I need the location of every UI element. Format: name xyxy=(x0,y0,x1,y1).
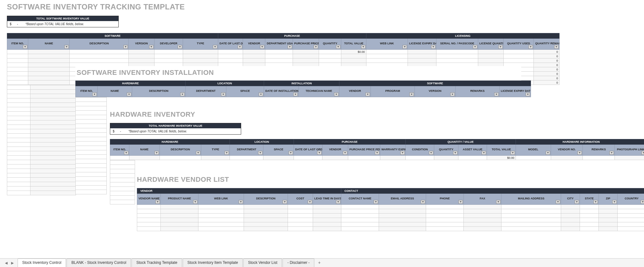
col-space[interactable]: SPACE xyxy=(226,86,264,97)
col-warranty[interactable]: WARRANTY EXPIRY DATE xyxy=(380,145,405,156)
filter-icon[interactable] xyxy=(361,45,365,49)
col-license-qty[interactable]: LICENSE QUANTITY xyxy=(478,39,503,50)
filter-icon[interactable] xyxy=(494,92,499,96)
filter-icon[interactable] xyxy=(546,151,550,155)
col-vendor-no[interactable]: VENDOR NO. xyxy=(551,145,583,156)
col-date-last-order[interactable]: DATE OF LAST ORDER xyxy=(218,39,243,50)
filter-icon[interactable] xyxy=(343,151,347,155)
col-space[interactable]: SPACE xyxy=(263,145,294,156)
tab-disclaimer[interactable]: - Disclaimer - xyxy=(283,259,314,267)
col-total-value[interactable]: TOTAL VALUE xyxy=(487,145,516,156)
col-zip[interactable]: ZIP xyxy=(599,194,618,205)
col-name[interactable]: NAME xyxy=(129,145,160,156)
col-description[interactable]: DESCRIPTION xyxy=(160,145,201,156)
filter-icon[interactable] xyxy=(403,45,407,49)
filter-icon[interactable] xyxy=(258,151,262,155)
filter-icon[interactable] xyxy=(336,45,340,49)
col-mailing-address[interactable]: MAILING ADDRESS xyxy=(501,194,561,205)
col-type[interactable]: TYPE xyxy=(183,39,218,50)
filter-icon[interactable] xyxy=(496,200,501,204)
filter-icon[interactable] xyxy=(221,92,225,96)
col-vendor[interactable]: VENDOR xyxy=(339,86,371,97)
col-fax[interactable]: FAX xyxy=(464,194,501,205)
filter-icon[interactable] xyxy=(609,151,614,155)
col-email[interactable]: EMAIL ADDRESS xyxy=(379,194,426,205)
col-department[interactable]: DEPARTMENT xyxy=(186,86,226,97)
col-quantity[interactable]: QUANTITY xyxy=(319,39,341,50)
col-license-expiry[interactable]: LICENSE EXPIRY DATE xyxy=(408,39,436,50)
col-technician[interactable]: TECHNICIAN NAME xyxy=(299,86,339,97)
filter-icon[interactable] xyxy=(259,92,263,96)
filter-icon[interactable] xyxy=(400,151,405,155)
filter-icon[interactable] xyxy=(283,200,287,204)
col-contact-name[interactable]: CONTACT NAME xyxy=(341,194,379,205)
filter-icon[interactable] xyxy=(511,151,515,155)
filter-icon[interactable] xyxy=(450,92,455,96)
filter-icon[interactable] xyxy=(64,45,69,49)
col-qty-remaining[interactable]: QUANTITY REMAINING xyxy=(534,39,560,50)
filter-icon[interactable] xyxy=(149,45,154,49)
col-web-link[interactable]: WEB LINK xyxy=(366,39,408,50)
col-license-expiry[interactable]: LICENSE EXPIRY DATE xyxy=(500,86,531,97)
col-name[interactable]: NAME xyxy=(98,86,132,97)
filter-icon[interactable] xyxy=(526,92,530,96)
tab-nav-next-icon[interactable]: ► xyxy=(9,260,16,265)
filter-icon[interactable] xyxy=(374,200,378,204)
col-item-no[interactable]: ITEM NO. xyxy=(76,86,98,97)
col-state[interactable]: STATE xyxy=(580,194,599,205)
filter-icon[interactable] xyxy=(124,151,128,155)
filter-icon[interactable] xyxy=(641,151,644,155)
filter-icon[interactable] xyxy=(375,151,379,155)
filter-icon[interactable] xyxy=(453,151,457,155)
col-total-value[interactable]: TOTAL VALUE xyxy=(341,39,366,50)
filter-icon[interactable] xyxy=(575,200,579,204)
filter-icon[interactable] xyxy=(429,151,433,155)
col-item-no[interactable]: ITEM NO. xyxy=(110,145,129,156)
col-web-link[interactable]: WEB LINK xyxy=(198,194,244,205)
col-date-install[interactable]: DATE OF INSTALLATION xyxy=(264,86,299,97)
col-price-per-item[interactable]: PURCHASE PRICE PER ITEM xyxy=(293,39,319,50)
col-description[interactable]: DESCRIPTION xyxy=(70,39,129,50)
col-serial[interactable]: SERIAL NO. / PASSCODE xyxy=(436,39,478,50)
filter-icon[interactable] xyxy=(288,45,292,49)
col-description[interactable]: DESCRIPTION xyxy=(244,194,288,205)
filter-icon[interactable] xyxy=(317,151,322,155)
filter-icon[interactable] xyxy=(193,200,198,204)
tab-stock-tracking-template[interactable]: Stock Tracking Template xyxy=(132,259,182,267)
col-photo-link[interactable]: PHOTOGRAPH LINK xyxy=(615,145,644,156)
tab-stock-vendor-list[interactable]: Stock Vendor List xyxy=(243,259,282,267)
col-version[interactable]: VERSION xyxy=(415,86,456,97)
filter-icon[interactable] xyxy=(180,92,185,96)
filter-icon[interactable] xyxy=(213,45,217,49)
filter-icon[interactable] xyxy=(421,200,425,204)
col-type[interactable]: TYPE xyxy=(201,145,230,156)
filter-icon[interactable] xyxy=(554,45,559,49)
col-program[interactable]: PROGRAM xyxy=(371,86,415,97)
filter-icon[interactable] xyxy=(577,151,582,155)
col-asset-value[interactable]: ASSET VALUE xyxy=(458,145,487,156)
col-condition[interactable]: CONDITION xyxy=(405,145,434,156)
filter-icon[interactable] xyxy=(154,151,159,155)
filter-icon[interactable] xyxy=(365,92,370,96)
tab-nav-prev-icon[interactable]: ◄ xyxy=(3,260,9,265)
filter-icon[interactable] xyxy=(612,200,617,204)
filter-icon[interactable] xyxy=(528,45,533,49)
filter-icon[interactable] xyxy=(556,200,560,204)
col-remarks[interactable]: REMARKS xyxy=(583,145,615,156)
col-vendor[interactable]: VENDOR xyxy=(322,145,348,156)
col-cost[interactable]: COST xyxy=(288,194,313,205)
col-description[interactable]: DESCRIPTION xyxy=(132,86,186,97)
filter-icon[interactable] xyxy=(641,200,644,204)
filter-icon[interactable] xyxy=(239,200,243,204)
col-department[interactable]: DEPARTMENT xyxy=(230,145,263,156)
filter-icon[interactable] xyxy=(92,92,97,96)
filter-icon[interactable] xyxy=(238,45,242,49)
filter-icon[interactable] xyxy=(178,45,182,49)
filter-icon[interactable] xyxy=(308,200,312,204)
col-vendor-name[interactable]: VENDOR NAME xyxy=(137,194,161,205)
col-date-last-order[interactable]: DATE OF LAST ORDER xyxy=(294,145,322,156)
tab-stock-inventory-control[interactable]: Stock Inventory Control xyxy=(18,259,66,267)
filter-icon[interactable] xyxy=(334,92,338,96)
filter-icon[interactable] xyxy=(409,92,414,96)
col-item-no[interactable]: ITEM NO. xyxy=(7,39,28,50)
